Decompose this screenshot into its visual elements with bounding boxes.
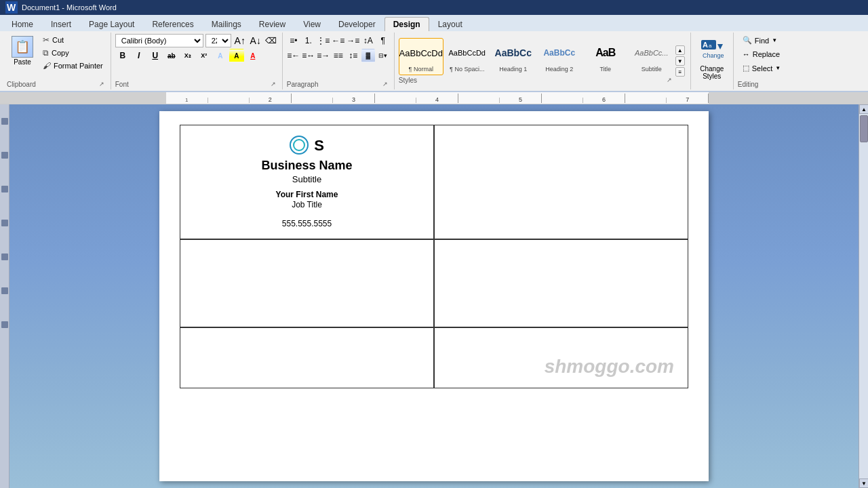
card-cell-main: S Business Name Subtitle Your First Name… [180, 125, 434, 239]
sidebar-marker-7 [1, 321, 8, 328]
clipboard-expand-icon[interactable]: ↗ [97, 80, 106, 88]
format-painter-button[interactable]: 🖌 Format Painter [39, 60, 106, 72]
find-button[interactable]: 🔍 Find ▼ [738, 34, 782, 47]
multilevel-list-button[interactable]: ⋮≡ [317, 34, 330, 47]
tab-mailings[interactable]: Mailings [203, 17, 250, 31]
card-logo [290, 136, 309, 155]
font-shrink-button[interactable]: A↓ [249, 34, 262, 47]
document-page[interactable]: S Business Name Subtitle Your First Name… [159, 111, 709, 481]
align-right-button[interactable]: ≡→ [317, 49, 330, 62]
editing-group-footer: Editing [738, 79, 786, 88]
document-area[interactable]: S Business Name Subtitle Your First Name… [9, 104, 859, 488]
copy-button[interactable]: ⧉ Copy [39, 47, 106, 59]
paste-button[interactable]: 📋 Paste [7, 34, 38, 79]
find-dropdown-icon: ▼ [772, 37, 777, 43]
tab-insert[interactable]: Insert [42, 17, 80, 31]
sidebar-marker-1 [1, 118, 8, 125]
styles-scroll-more[interactable]: ≡ [675, 67, 685, 77]
font-expand-icon[interactable]: ↗ [269, 80, 278, 88]
tab-design[interactable]: Design [384, 17, 429, 31]
replace-button[interactable]: ↔ Replace [738, 48, 785, 60]
styles-group-label: Styles [399, 75, 417, 84]
tab-references[interactable]: References [143, 17, 202, 31]
svg-text:A: A [703, 41, 708, 49]
tab-developer[interactable]: Developer [330, 17, 384, 31]
scroll-up-button[interactable]: ▲ [859, 104, 868, 114]
style-nospace-item[interactable]: AaBbCcDd ¶ No Spaci... [445, 38, 490, 75]
ruler-mark-1: 1 [166, 98, 208, 103]
style-h2-label: Heading 2 [545, 66, 573, 73]
borders-button[interactable]: ⊟▾ [376, 49, 390, 62]
ruler-mark-10 [542, 98, 584, 103]
ruler-mark-2 [208, 98, 250, 103]
sidebar-marker-6 [1, 287, 8, 294]
style-title-item[interactable]: AaB Title [583, 38, 628, 75]
scrollbar-track[interactable] [859, 114, 868, 479]
tab-view[interactable]: View [294, 17, 330, 31]
style-nospace-preview: AaBbCcDd [448, 40, 486, 66]
tab-page-layout[interactable]: Page Layout [80, 17, 143, 31]
scrollbar-thumb[interactable] [860, 115, 868, 142]
bullets-button[interactable]: ≡• [287, 34, 300, 47]
font-color-button[interactable]: A [245, 49, 260, 62]
select-button[interactable]: ⬚ Select ▼ [738, 62, 786, 75]
superscript-button[interactable]: X² [197, 49, 212, 62]
change-styles-button[interactable]: A a Change Styles Change Styles [695, 34, 729, 83]
sidebar-marker-4 [1, 220, 8, 226]
style-subtitle-item[interactable]: AaBbCc... Subtitle [629, 38, 674, 75]
tab-home[interactable]: Home [3, 17, 42, 31]
style-normal-item[interactable]: AaBbCcDd ¶ Normal [399, 38, 443, 75]
styles-expand-icon[interactable]: ↗ [665, 76, 674, 84]
tab-layout[interactable]: Layout [429, 17, 471, 31]
ruler-right-margin [709, 92, 868, 104]
font-group-label: Font [115, 79, 129, 88]
replace-icon: ↔ [743, 50, 750, 58]
paste-label: Paste [14, 58, 31, 66]
font-grow-button[interactable]: A↑ [233, 34, 247, 47]
svg-text:a: a [709, 43, 712, 49]
clipboard-content: 📋 Paste ✂ Cut ⧉ Copy 🖌 Format Painter [7, 34, 106, 79]
clear-formatting-button[interactable]: ⌫ [264, 34, 278, 47]
tab-review[interactable]: Review [250, 17, 294, 31]
increase-indent-button[interactable]: →≡ [347, 34, 360, 47]
strikethrough-button[interactable]: ab [164, 49, 179, 62]
justify-button[interactable]: ≡≡ [332, 49, 345, 62]
subscript-button[interactable]: X₂ [180, 49, 195, 62]
card-business-name: Business Name [261, 159, 352, 173]
change-styles-icon: A a Change Styles [700, 37, 724, 65]
select-icon: ⬚ [743, 64, 749, 73]
align-left-button[interactable]: ≡← [287, 49, 300, 62]
para-row1: ≡• 1. ⋮≡ ←≡ →≡ ↕A ¶ [287, 34, 390, 47]
cut-button[interactable]: ✂ Cut [39, 34, 106, 46]
bold-button[interactable]: B [115, 49, 130, 62]
font-family-selector[interactable]: Calibri (Body) [115, 34, 203, 47]
font-size-selector[interactable]: 22 [205, 34, 231, 47]
styles-content: AaBbCcDd ¶ Normal AaBbCcDd ¶ No Spaci...… [399, 38, 674, 75]
styles-scroll-down[interactable]: ▼ [675, 56, 685, 66]
show-formatting-button[interactable]: ¶ [376, 34, 390, 47]
shading-button[interactable]: ▓ [361, 49, 375, 62]
ruler-mark-5: 3 [333, 94, 375, 103]
decrease-indent-button[interactable]: ←≡ [332, 34, 345, 47]
sort-button[interactable]: ↕A [361, 34, 375, 47]
highlight-button[interactable]: A [229, 49, 244, 62]
find-label: Find [755, 37, 769, 45]
style-h1-label: Heading 1 [499, 66, 527, 73]
style-subtitle-label: Subtitle [642, 66, 662, 73]
select-label: Select [752, 64, 773, 73]
style-h1-item[interactable]: AaBbCc Heading 1 [491, 38, 536, 75]
paragraph-group-label: Paragraph [287, 79, 319, 88]
scroll-down-button[interactable]: ▼ [859, 479, 868, 488]
italic-button[interactable]: I [132, 49, 146, 62]
style-h2-item[interactable]: AaBbCc Heading 2 [537, 38, 582, 75]
styles-scroll-up[interactable]: ▲ [675, 45, 685, 55]
line-spacing-button[interactable]: ↕≡ [347, 49, 360, 62]
numbering-button[interactable]: 1. [302, 34, 315, 47]
text-effects-button[interactable]: A [213, 49, 228, 62]
copy-label: Copy [52, 49, 69, 57]
underline-button[interactable]: U [148, 49, 163, 62]
align-center-button[interactable]: ≡↔ [302, 49, 315, 62]
style-nospace-label: ¶ No Spaci... [450, 66, 484, 73]
paragraph-expand-icon[interactable]: ↗ [380, 80, 390, 88]
paragraph-group: ≡• 1. ⋮≡ ←≡ →≡ ↕A ¶ ≡← ≡↔ ≡→ ≡≡ ↕≡ ▓ ⊟▾ … [283, 33, 395, 89]
